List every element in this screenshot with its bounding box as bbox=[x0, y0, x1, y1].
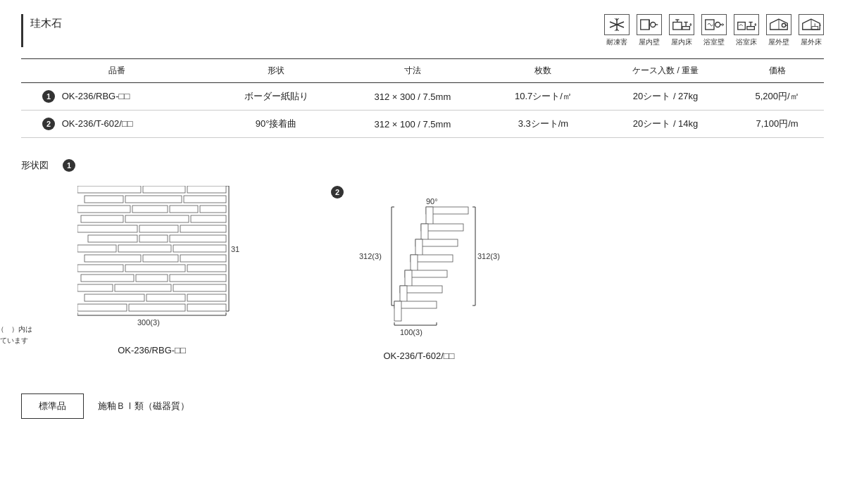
svg-text:90°: 90° bbox=[426, 197, 438, 206]
row2-count: 3.3シート/m bbox=[486, 111, 601, 138]
shape-header: 形状図 1 bbox=[21, 159, 824, 172]
col-header-shape: 形状 bbox=[213, 59, 339, 83]
svg-rect-66 bbox=[77, 265, 123, 272]
svg-rect-63 bbox=[84, 255, 141, 262]
svg-rect-47 bbox=[77, 206, 130, 213]
svg-rect-67 bbox=[125, 265, 185, 272]
svg-text:312(3): 312(3) bbox=[231, 245, 239, 253]
svg-text:300(3): 300(3) bbox=[137, 318, 160, 327]
svg-rect-59 bbox=[170, 235, 226, 242]
svg-rect-26 bbox=[747, 27, 755, 30]
standard-description: 施釉ＢⅠ類（磁器質） bbox=[98, 400, 189, 412]
row2-size: 312 × 100 / 7.5mm bbox=[339, 111, 486, 138]
svg-rect-60 bbox=[77, 245, 116, 252]
svg-rect-71 bbox=[170, 275, 226, 282]
svg-rect-74 bbox=[173, 284, 226, 291]
page-header: 珪木石 耐凍害 bbox=[21, 14, 824, 47]
shape2-indicator: 2 bbox=[331, 186, 344, 199]
table-row: 1 OK-236/RBG-□□ ボーダー紙貼り 312 × 300 / 7.5m… bbox=[21, 83, 824, 111]
svg-rect-78 bbox=[77, 304, 127, 311]
svg-rect-50 bbox=[200, 206, 226, 213]
icon-indoor-wall: 屋内壁 bbox=[637, 14, 662, 47]
svg-rect-56 bbox=[180, 225, 226, 232]
svg-rect-80 bbox=[187, 304, 226, 311]
note-line2: 312×300mm（ ）内は bbox=[0, 324, 32, 335]
product-table: 品番 形状 寸法 枚数 ケース入数 / 重量 価格 1 OK-236/RBG-□… bbox=[21, 58, 824, 138]
svg-rect-46 bbox=[184, 196, 226, 203]
svg-rect-76 bbox=[146, 294, 185, 301]
svg-rect-52 bbox=[125, 215, 189, 222]
icon-indoor-wall-label: 屋内壁 bbox=[639, 37, 660, 47]
row1-shape: ボーダー紙貼り bbox=[213, 83, 339, 111]
svg-rect-11 bbox=[673, 23, 682, 30]
row2-number: 2 bbox=[42, 118, 55, 130]
svg-rect-54 bbox=[77, 225, 137, 232]
svg-text:312(3): 312(3) bbox=[477, 252, 500, 260]
icon-list: 耐凍害 屋内壁 bbox=[604, 14, 824, 47]
svg-rect-42 bbox=[143, 186, 185, 193]
svg-rect-14 bbox=[682, 27, 690, 30]
icon-bath-floor: 浴室床 bbox=[734, 14, 759, 47]
svg-rect-49 bbox=[170, 206, 198, 213]
svg-rect-62 bbox=[173, 245, 226, 252]
svg-rect-77 bbox=[187, 294, 226, 301]
row2-shape: 90°接着曲 bbox=[213, 111, 339, 138]
svg-rect-70 bbox=[136, 275, 168, 282]
icon-outdoor-wall-label: 屋外壁 bbox=[768, 37, 789, 47]
icon-bath-wall-label: 浴室壁 bbox=[703, 37, 725, 47]
shape2-area: 2 90° bbox=[331, 186, 577, 361]
svg-rect-43 bbox=[187, 186, 226, 193]
svg-rect-7 bbox=[641, 20, 649, 30]
col-header-count: 枚数 bbox=[486, 59, 601, 83]
row1-case: 20シート / 27kg bbox=[601, 83, 730, 111]
icon-bath-floor-label: 浴室床 bbox=[736, 37, 757, 47]
shape1-label: OK-236/RBG-□□ bbox=[77, 345, 226, 355]
col-header-price: 価格 bbox=[730, 59, 824, 83]
icon-freeze: 耐凍害 bbox=[604, 14, 630, 47]
shape1-note: 目地共寸法 312×300mm（ ）内は 目地幅を表しています bbox=[0, 313, 32, 346]
svg-point-9 bbox=[651, 23, 656, 27]
icon-bath-wall: 浴室壁 bbox=[701, 14, 727, 47]
svg-rect-103 bbox=[394, 301, 401, 321]
shape1-area: 目地共寸法 312×300mm（ ）内は 目地幅を表しています bbox=[21, 186, 317, 355]
row1-code: 1 OK-236/RBG-□□ bbox=[21, 83, 213, 111]
svg-rect-61 bbox=[118, 245, 171, 252]
col-header-code: 品番 bbox=[21, 59, 213, 83]
svg-point-34 bbox=[782, 23, 785, 27]
svg-rect-72 bbox=[77, 284, 113, 291]
svg-text:100(3): 100(3) bbox=[400, 328, 423, 336]
svg-rect-51 bbox=[81, 215, 123, 222]
standard-box: 標準品 bbox=[21, 393, 84, 419]
svg-rect-57 bbox=[88, 235, 137, 242]
svg-rect-69 bbox=[81, 275, 134, 282]
svg-rect-45 bbox=[125, 196, 182, 203]
row1-size: 312 × 300 / 7.5mm bbox=[339, 83, 486, 111]
row1-number: 1 bbox=[42, 90, 55, 103]
row1-count: 10.7シート/㎡ bbox=[486, 83, 601, 111]
note-line3: 目地幅を表しています bbox=[0, 335, 32, 346]
svg-rect-73 bbox=[115, 284, 171, 291]
icon-indoor-floor: 屋内床 bbox=[669, 14, 694, 47]
svg-rect-75 bbox=[84, 294, 144, 301]
svg-rect-68 bbox=[187, 265, 226, 272]
col-header-size: 寸法 bbox=[339, 59, 486, 83]
svg-text:312(3): 312(3) bbox=[359, 252, 382, 260]
page-title: 珪木石 bbox=[30, 14, 62, 30]
shape-section: 形状図 1 目地共寸法 312×300mm（ ）内は 目地幅を表しています bbox=[21, 159, 824, 361]
shape2-label: OK-236/T-602/□□ bbox=[359, 351, 479, 361]
icon-freeze-label: 耐凍害 bbox=[606, 37, 627, 47]
row2-code: 2 OK-236/T-602/□□ bbox=[21, 111, 213, 138]
svg-rect-58 bbox=[139, 235, 168, 242]
svg-rect-41 bbox=[77, 186, 141, 193]
shape-section-title: 形状図 bbox=[21, 159, 49, 172]
icon-outdoor-floor-label: 屋外床 bbox=[801, 37, 822, 47]
svg-rect-79 bbox=[129, 304, 185, 311]
svg-rect-53 bbox=[191, 215, 226, 222]
svg-rect-25 bbox=[738, 23, 746, 30]
row2-case: 20シート / 14kg bbox=[601, 111, 730, 138]
row1-price: 5,200円/㎡ bbox=[730, 83, 824, 111]
svg-rect-65 bbox=[180, 255, 226, 262]
svg-rect-64 bbox=[143, 255, 178, 262]
svg-rect-44 bbox=[84, 196, 123, 203]
icon-outdoor-floor: 屋外床 bbox=[799, 14, 824, 47]
